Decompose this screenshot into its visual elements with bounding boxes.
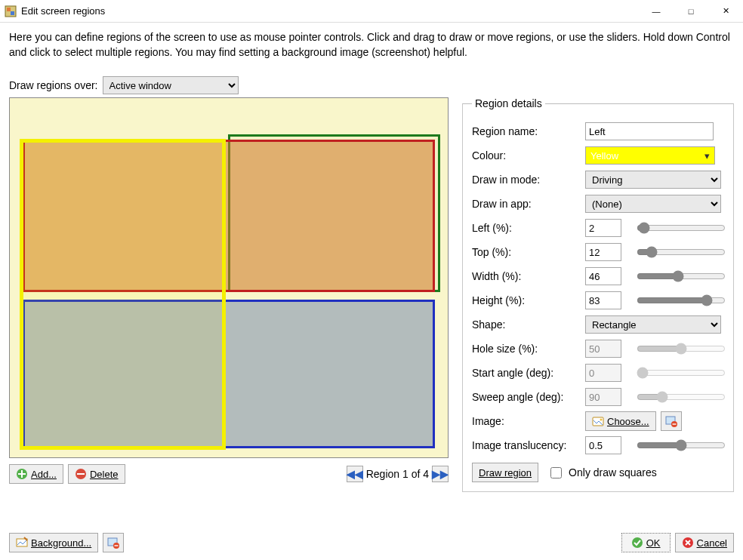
sweepangle-label: Sweep angle (deg): bbox=[472, 391, 585, 403]
cancel-button-label: Cancel bbox=[697, 537, 727, 549]
sweepangle-slider bbox=[637, 389, 726, 405]
delete-button-label: Delete bbox=[90, 469, 119, 480]
draw-region-button[interactable]: Draw region bbox=[472, 463, 538, 482]
height-label: Height (%): bbox=[472, 294, 585, 306]
add-button[interactable]: Add... bbox=[9, 464, 63, 484]
svg-rect-16 bbox=[115, 545, 119, 546]
titlebar: Edit screen regions — □ ✕ bbox=[0, 0, 743, 23]
left-input[interactable] bbox=[585, 219, 621, 237]
svg-rect-13 bbox=[17, 539, 27, 546]
translucency-label: Image translucency: bbox=[472, 439, 585, 451]
app-icon bbox=[5, 5, 17, 17]
colour-select[interactable]: Yellow bbox=[585, 146, 715, 165]
translucency-input[interactable] bbox=[585, 436, 621, 454]
left-label: Left (%): bbox=[472, 222, 585, 234]
hole-input bbox=[585, 340, 621, 358]
draw-over-label: Draw regions over: bbox=[9, 79, 98, 91]
clear-image-button[interactable] bbox=[661, 411, 682, 431]
width-input[interactable] bbox=[585, 267, 621, 285]
startangle-input bbox=[585, 364, 621, 382]
ok-icon bbox=[631, 537, 643, 549]
app-select[interactable]: (None) bbox=[585, 195, 721, 213]
only-squares-input[interactable] bbox=[550, 467, 562, 478]
next-region-button[interactable]: ▶▶ bbox=[432, 466, 449, 482]
svg-rect-1 bbox=[7, 8, 11, 11]
only-squares-checkbox[interactable]: Only draw squares bbox=[547, 465, 657, 481]
top-slider[interactable] bbox=[637, 245, 726, 260]
clear-background-button[interactable] bbox=[103, 533, 124, 552]
hole-slider bbox=[637, 341, 726, 356]
window-title: Edit screen regions bbox=[21, 5, 105, 17]
browse-icon bbox=[592, 415, 604, 427]
app-label: Draw in app: bbox=[472, 198, 585, 210]
cancel-button[interactable]: Cancel bbox=[675, 533, 734, 552]
maximize-button[interactable]: □ bbox=[674, 0, 708, 23]
clear-background-icon bbox=[107, 537, 119, 549]
top-label: Top (%): bbox=[472, 246, 585, 258]
choose-image-label: Choose... bbox=[607, 416, 649, 427]
hole-label: Hole size (%): bbox=[472, 343, 585, 355]
add-button-label: Add... bbox=[31, 469, 57, 480]
draw-over-select[interactable]: Active window bbox=[103, 76, 239, 94]
shape-select[interactable]: Rectangle bbox=[585, 315, 721, 334]
pager-text: Region 1 of 4 bbox=[366, 468, 429, 480]
background-button[interactable]: Background... bbox=[9, 533, 98, 552]
region-details-legend: Region details bbox=[472, 97, 545, 109]
image-label: Image: bbox=[472, 415, 585, 427]
delete-icon bbox=[75, 468, 87, 480]
left-slider[interactable] bbox=[637, 220, 726, 235]
region-name-label: Region name: bbox=[472, 125, 585, 137]
startangle-slider bbox=[637, 365, 726, 380]
background-icon bbox=[16, 537, 28, 549]
svg-rect-7 bbox=[77, 473, 85, 475]
draw-region-label: Draw region bbox=[479, 467, 532, 478]
instructions-text: Here you can define regions of the scree… bbox=[9, 30, 734, 60]
sweepangle-input bbox=[585, 388, 621, 406]
cancel-icon bbox=[682, 537, 694, 549]
svg-point-9 bbox=[600, 419, 603, 421]
width-label: Width (%): bbox=[472, 270, 585, 282]
ok-button-label: OK bbox=[646, 537, 661, 549]
height-input[interactable] bbox=[585, 291, 621, 309]
region-name-input[interactable] bbox=[585, 122, 714, 140]
minimize-button[interactable]: — bbox=[639, 0, 674, 23]
mode-label: Draw in mode: bbox=[472, 174, 585, 186]
mode-select[interactable]: Driving bbox=[585, 171, 721, 189]
colour-value: Yellow bbox=[590, 150, 618, 162]
only-squares-label: Only draw squares bbox=[569, 466, 657, 478]
top-input[interactable] bbox=[585, 243, 621, 261]
translucency-slider[interactable] bbox=[637, 438, 726, 453]
delete-button[interactable]: Delete bbox=[68, 464, 125, 484]
region-rect-yellow[interactable] bbox=[20, 139, 226, 450]
svg-rect-12 bbox=[672, 423, 676, 424]
startangle-label: Start angle (deg): bbox=[472, 367, 585, 379]
width-slider[interactable] bbox=[637, 269, 726, 284]
shape-label: Shape: bbox=[472, 318, 585, 331]
colour-label: Colour: bbox=[472, 149, 585, 162]
height-slider[interactable] bbox=[637, 293, 726, 308]
svg-rect-2 bbox=[11, 11, 14, 15]
region-details-group: Region details Region name: Colour: Yell… bbox=[462, 97, 734, 492]
svg-rect-5 bbox=[18, 473, 26, 475]
svg-point-17 bbox=[632, 537, 643, 548]
clear-image-icon bbox=[665, 415, 677, 427]
choose-image-button[interactable]: Choose... bbox=[585, 411, 656, 431]
close-button[interactable]: ✕ bbox=[708, 0, 743, 23]
regions-canvas[interactable] bbox=[9, 97, 449, 458]
background-button-label: Background... bbox=[31, 537, 91, 549]
prev-region-button[interactable]: ◀◀ bbox=[347, 466, 363, 482]
add-icon bbox=[16, 468, 28, 480]
ok-button[interactable]: OK bbox=[621, 533, 671, 552]
